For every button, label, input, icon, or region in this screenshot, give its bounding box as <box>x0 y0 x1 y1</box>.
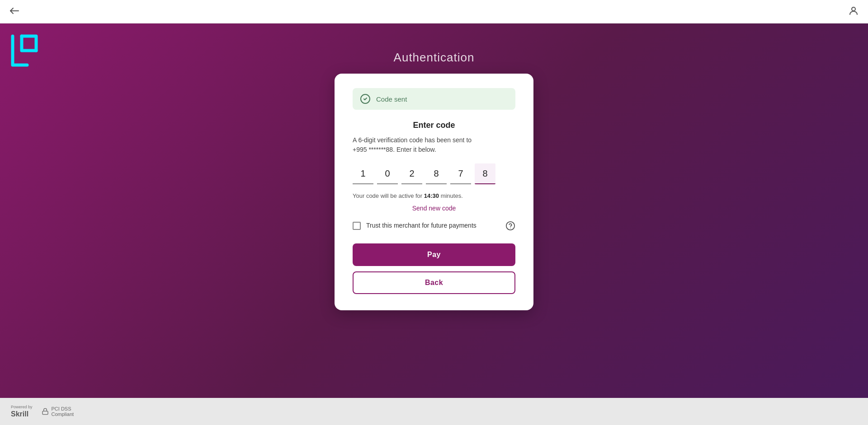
enter-code-title: Enter code <box>353 121 515 130</box>
timer-text: Your code will be active for 14:30 minut… <box>353 192 515 199</box>
otp-digit-3[interactable] <box>401 163 422 184</box>
timer-prefix: Your code will be active for <box>353 192 424 199</box>
otp-digit-2[interactable] <box>377 163 398 184</box>
svg-point-0 <box>852 7 855 11</box>
trust-merchant-checkbox[interactable] <box>353 222 361 230</box>
trust-merchant-label: Trust this merchant for future payments <box>366 221 500 230</box>
pci-dss-badge: PCI DSS Compliant <box>42 406 74 417</box>
otp-digit-4[interactable] <box>426 163 447 184</box>
description-text: A 6-digit verification code has been sen… <box>353 135 515 154</box>
page-title: Authentication <box>394 51 475 65</box>
otp-container <box>353 163 515 184</box>
code-sent-text: Code sent <box>376 95 407 103</box>
success-banner: Code sent <box>353 88 515 110</box>
timer-value: 14:30 <box>424 192 439 199</box>
powered-by-text: Powered by <box>11 405 33 410</box>
send-new-code-link[interactable]: Send new code <box>353 205 515 212</box>
otp-digit-6[interactable] <box>475 163 495 184</box>
arrow-left-icon <box>9 5 20 16</box>
skrill-name: Skrill <box>11 410 33 418</box>
svg-rect-4 <box>42 411 48 414</box>
otp-digit-1[interactable] <box>353 163 373 184</box>
lock-icon <box>42 408 49 415</box>
skrill-branding: Powered by Skrill <box>11 405 33 418</box>
user-icon <box>848 5 859 16</box>
navbar <box>0 0 868 23</box>
pci-dss-line2: Compliant <box>52 411 74 417</box>
help-icon[interactable] <box>505 221 515 231</box>
logo-area <box>9 33 38 70</box>
pay-button[interactable]: Pay <box>353 243 515 266</box>
footer: Powered by Skrill PCI DSS Compliant <box>0 398 868 425</box>
pci-dss-text: PCI DSS Compliant <box>52 406 74 417</box>
brand-logo <box>9 33 38 69</box>
timer-suffix: minutes. <box>439 192 463 199</box>
trust-row: Trust this merchant for future payments <box>353 221 515 231</box>
back-button[interactable]: Back <box>353 271 515 294</box>
back-nav-button[interactable] <box>9 5 20 18</box>
main-area: Authentication Code sent Enter code A 6-… <box>0 23 868 398</box>
otp-digit-5[interactable] <box>450 163 471 184</box>
authentication-card: Code sent Enter code A 6-digit verificat… <box>335 74 533 310</box>
user-nav-button[interactable] <box>848 5 859 18</box>
check-circle-icon <box>360 93 371 104</box>
pci-dss-line1: PCI DSS <box>52 406 74 411</box>
